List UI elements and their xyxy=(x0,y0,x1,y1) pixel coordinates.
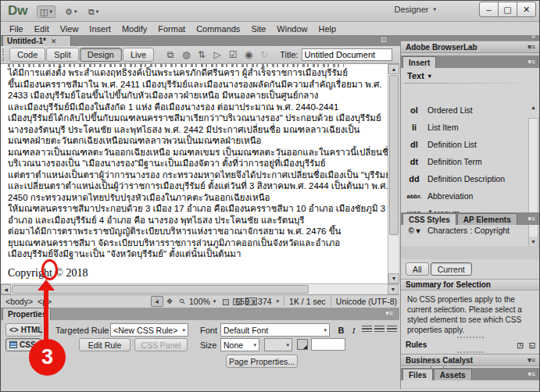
tag-body[interactable]: <body> xyxy=(5,297,33,306)
zoom-level-select[interactable]: 100% ▾ xyxy=(189,297,216,306)
menu-help[interactable]: Help xyxy=(313,24,342,34)
insert-item-label: Definition Term xyxy=(427,157,482,166)
hand-tool-icon[interactable]: ✥ xyxy=(163,296,176,307)
menu-format[interactable]: Format xyxy=(152,24,191,34)
site-button[interactable]: ⧉ ▾ xyxy=(85,5,102,18)
layout-switcher-button[interactable]: ◫ ▾ xyxy=(37,5,55,18)
horizontal-scrollbar[interactable]: ◀ ▼ xyxy=(1,283,399,294)
window-size-value[interactable]: 659 x 374 xyxy=(235,297,271,306)
workspace-switcher[interactable]: Designer ▾ xyxy=(394,5,436,14)
browserlab-panel-header[interactable]: Adobe BrowserLab ▾≡ xyxy=(401,41,540,53)
validate-markup-icon[interactable]: ☑ xyxy=(225,49,241,60)
size-label: Size xyxy=(200,340,216,350)
panel-menu-icon[interactable]: ▾≡ xyxy=(527,356,535,364)
document-tab[interactable]: Untitled-1* ✕ xyxy=(2,35,71,46)
menu-file[interactable]: File xyxy=(4,24,29,34)
page-properties-button[interactable]: Page Properties... xyxy=(226,355,298,368)
business-catalyst-panel-header[interactable]: Business Catalyst ▾≡ xyxy=(401,354,540,366)
summary-message: No CSS properties apply to the current s… xyxy=(401,290,540,335)
panel-menu-icon[interactable]: ▾≡ xyxy=(527,370,535,378)
all-mode-button[interactable]: All xyxy=(406,262,429,276)
code-brackets-icon: <> xyxy=(9,326,19,334)
panel-menu-icon[interactable]: ▾≡ xyxy=(527,215,535,223)
multiscreen-preview-icon[interactable]: ⧉ xyxy=(163,49,178,60)
edit-rule-button[interactable]: Edit Rule xyxy=(79,338,131,351)
menu-view[interactable]: View xyxy=(55,24,84,34)
align-left-icon[interactable] xyxy=(362,326,372,333)
tab-css-styles[interactable]: CSS Styles xyxy=(402,213,456,225)
extend-dreamweaver-button[interactable]: ⚙ ▾ xyxy=(62,5,80,18)
tab-ap-elements[interactable]: AP Elements xyxy=(457,213,517,225)
site-icon: ⧉ xyxy=(88,7,95,17)
insert-item-definition-list[interactable]: dl Definition List xyxy=(401,136,540,153)
align-center-icon[interactable] xyxy=(374,326,384,333)
show-list-icon[interactable]: ◱ xyxy=(528,341,535,349)
minimize-button[interactable]: – xyxy=(479,2,499,17)
size-select[interactable]: None ▾ xyxy=(220,338,259,351)
tab-files[interactable]: Files xyxy=(402,369,433,380)
insert-item-abbreviation[interactable]: abbr. Abbreviation xyxy=(401,187,540,205)
mobile-size-icon[interactable] xyxy=(223,299,229,305)
insert-item-ordered-list[interactable]: ol Ordered List xyxy=(401,102,540,119)
vertical-scrollbar[interactable]: ▲ ▼ xyxy=(388,64,399,283)
split-view-button[interactable]: Split xyxy=(46,48,78,62)
html-mode-button[interactable]: <> HTML xyxy=(5,323,41,337)
horizontal-scroll-thumb[interactable] xyxy=(12,285,309,294)
design-view-canvas[interactable]: ได้มีการแต่งตั้ง พระสำแดงฤทธิรงค์เป็นพระ… xyxy=(1,64,388,283)
insert-item-list-item[interactable]: li List Item xyxy=(401,119,540,136)
status-tools: ➤ ✥ ⚲ xyxy=(151,296,188,307)
vertical-scroll-thumb[interactable] xyxy=(389,75,399,235)
current-mode-button[interactable]: Current xyxy=(431,262,472,276)
align-right-icon[interactable] xyxy=(387,326,397,333)
title-bar: Dw ◫ ▾ ⚙ ▾ ⧉ ▾ Designer ▾ – ▢ ✕ xyxy=(1,1,539,22)
font-select[interactable]: Default Font ▾ xyxy=(220,323,330,337)
insert-list-scrollbar[interactable]: ▲ ▼ xyxy=(528,118,538,246)
scroll-up-icon[interactable]: ▲ xyxy=(388,64,399,74)
menu-commands[interactable]: Commands xyxy=(191,24,245,34)
text-color-swatch[interactable] xyxy=(297,339,308,350)
panel-menu-icon[interactable]: ▾≡ xyxy=(527,43,535,51)
code-view-button[interactable]: Code xyxy=(9,48,45,62)
panel-menu-icon[interactable]: ▾≡ xyxy=(385,309,393,317)
zoom-tool-icon[interactable]: ⚲ xyxy=(176,296,188,307)
scroll-left-icon[interactable]: ◀ xyxy=(1,284,11,294)
file-management-icon[interactable]: ⇅ xyxy=(194,49,209,60)
insert-item-definition-description[interactable]: dd Definition Description xyxy=(401,170,540,187)
menu-window[interactable]: Window xyxy=(271,24,313,34)
body-text-line: เมืองบุรีรัมย์จึงมีฐานะเป็น "จังหวัดบุรี… xyxy=(8,248,388,260)
maximize-button[interactable]: ▢ xyxy=(498,2,517,17)
menu-site[interactable]: Site xyxy=(245,24,271,34)
preview-in-browser-icon[interactable]: ◍ xyxy=(178,49,194,60)
document-title-input[interactable] xyxy=(302,48,392,61)
scroll-down-icon[interactable]: ▼ xyxy=(529,237,538,246)
clipped-text-line xyxy=(8,64,344,67)
insert-category-select[interactable]: Text ▾ xyxy=(401,68,540,83)
insert-category-label: Text xyxy=(407,71,424,80)
targeted-rule-select[interactable]: <New CSS Rule> ▾ xyxy=(110,323,188,337)
refresh-icon: ↻ xyxy=(256,49,272,60)
close-button[interactable]: ✕ xyxy=(517,2,536,17)
design-view-button[interactable]: Design xyxy=(80,48,122,62)
panel-menu-icon[interactable]: ▾≡ xyxy=(527,58,535,66)
scroll-down-icon[interactable]: ▼ xyxy=(388,273,399,283)
code-navigator-icon[interactable]: ▷ xyxy=(209,49,225,60)
cascade-windows-icon[interactable]: ⊡ xyxy=(381,36,387,44)
inspect-icon[interactable]: ◉ xyxy=(241,49,256,60)
copyright-character-icon: © ▾ xyxy=(401,226,427,235)
collapse-to-icons-icon[interactable]: » xyxy=(531,33,535,41)
select-tool-icon[interactable]: ➤ xyxy=(151,296,163,307)
menu-edit[interactable]: Edit xyxy=(29,24,55,34)
live-view-button[interactable]: Live xyxy=(123,48,154,62)
italic-button[interactable]: I xyxy=(348,324,359,336)
close-tab-icon[interactable]: ✕ xyxy=(51,37,57,45)
tab-assets[interactable]: Assets xyxy=(434,369,472,380)
insert-item-definition-term[interactable]: dt Definition Term xyxy=(401,153,540,170)
color-value-input[interactable] xyxy=(311,338,345,351)
scroll-up-icon[interactable]: ▲ xyxy=(529,102,538,112)
show-cascade-icon[interactable]: ◳ xyxy=(517,341,524,349)
menu-insert[interactable]: Insert xyxy=(84,24,116,34)
tab-insert[interactable]: Insert xyxy=(402,56,436,68)
bold-button[interactable]: B xyxy=(335,324,347,336)
menu-modify[interactable]: Modify xyxy=(116,24,152,34)
chevron-down-icon: ▾ xyxy=(277,298,280,305)
